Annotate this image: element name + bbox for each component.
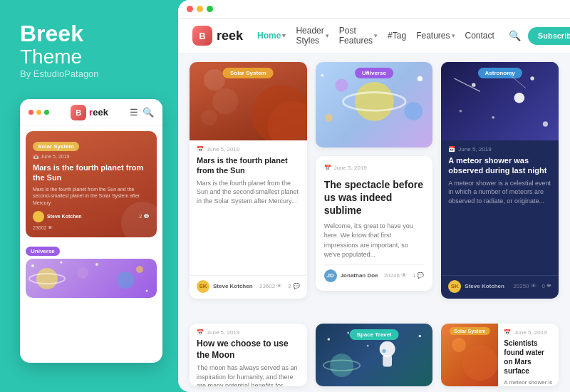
svg-point-3 [117,272,134,289]
mobile-badge: Solar System [33,142,79,151]
search-icon[interactable]: 🔍 [509,30,521,41]
content-area: Solar System 📅 June 5, 2019 Mars is the … [178,53,570,324]
mobile-card-1: Solar System 📅 June 5, 2019 Mars is the … [26,131,157,237]
svg-point-28 [379,341,395,357]
card-astronomy-footer: SK Steve Kotchen 20250 👁 0 ❤ [441,275,559,299]
mobile-card-2 [26,259,157,298]
nav-pf-chevron: ▾ [374,32,378,39]
svg-point-33 [366,345,368,347]
svg-point-8 [146,289,148,292]
card-spectacle-author-row: JD Jonathan Doe [324,269,378,282]
mobile-card-deco [121,202,157,237]
astronomy-svg [441,62,559,140]
mobile-search-icon[interactable]: 🔍 [142,107,154,118]
cal-icon-3: 📅 [448,146,455,153]
cal-icon-5: 📅 [504,329,511,336]
right-panel: B reek Home ▾ Header Styles ▾ Post Featu… [178,0,570,392]
nav-contact[interactable]: Contact [465,31,494,41]
svg-point-25 [531,76,534,80]
svg-point-34 [418,335,421,338]
mobile-top-bar: B reek ☰ 🔍 [20,99,162,125]
card-mars-comments: 2 💬 [288,283,299,289]
mobile-card-2-badge: Universe [26,247,60,256]
universe-deco-svg [316,62,433,148]
card-spectacle-avatar: JD [324,269,337,282]
card-scientists-date: 📅 June 5, 2019 [504,329,553,336]
nav-bar: B reek Home ▾ Header Styles ▾ Post Featu… [178,19,570,53]
cal-icon-4: 📅 [197,329,204,336]
card-astronomy-views: 20250 👁 [513,283,536,289]
mobile-dot-yellow [36,110,41,115]
browser-dot-yellow [197,6,203,12]
mobile-logo-text: reek [89,107,108,118]
card-astronomy-stats: 20250 👁 0 ❤ [513,283,551,289]
svg-point-18 [321,74,323,77]
card-universe-img: Universe [316,62,433,148]
nav-home-chevron: ▾ [282,32,286,39]
card-moon: 📅 June 5, 2019 How we choose to use the … [190,324,307,386]
card-moon-desc: The moon has always served as an inspira… [197,363,300,386]
svg-point-11 [201,110,217,125]
svg-point-30 [382,349,385,353]
card-astronomy: Astronomy 📅 June 5, 2019 [441,62,559,299]
nav-logo[interactable]: B reek [192,26,243,46]
svg-point-0 [36,268,58,289]
nav-home[interactable]: Home ▾ [257,31,286,41]
card-astronomy-author: Steve Kotchen [465,283,504,289]
svg-line-26 [455,78,481,91]
nav-post-features[interactable]: Post Features ▾ [339,26,378,46]
svg-point-32 [347,332,349,334]
card-mars-title: Mars is the fourth planet from the Sun [197,155,300,176]
card-scientists: Solar System 📅 June 5, 2019 Scientists f… [441,324,559,386]
svg-point-21 [472,83,475,86]
card-astronomy-body: 📅 June 5, 2019 A meteor shower was obser… [441,140,559,272]
card-mars-image: Solar System [190,62,307,140]
universe-image-bg: Universe [316,62,433,148]
card-astronomy-date: 📅 June 5, 2019 [448,146,551,153]
svg-point-38 [452,338,466,352]
cal-icon-2: 📅 [324,165,331,171]
svg-point-2 [77,267,88,279]
card-mars-desc: Mars is the fourth planet from the Sun a… [197,179,300,268]
left-panel: Breek Theme By EstudioPatagon B reek ☰ 🔍… [0,0,178,392]
subscribe-button[interactable]: Subscribe ✈ [528,27,570,45]
mobile-date: 📅 June 5, 2019 [33,154,150,160]
brand-section: Breek Theme By EstudioPatagon [20,21,164,79]
card-scientists-desc: A meteor shower is a celestial event in … [504,378,553,386]
card-scientists-title: Scientists found water on Mars surface [504,339,553,376]
mobile-logo-icon: B [71,105,86,120]
card-spectacle-footer: JD Jonathan Doe 20246 👁 1 💬 [324,264,425,282]
card-spectacle-comments: 1 💬 [413,272,424,279]
mobile-dot-red [28,110,33,115]
svg-point-31 [327,338,330,341]
nav-actions: 🔍 Subscribe ✈ [509,27,570,45]
mobile-menu-icon[interactable]: ☰ [130,107,138,118]
universe-svg [26,259,157,298]
svg-point-23 [543,121,548,126]
card-mars-stats: 23602 👁 2 💬 [259,283,300,289]
mobile-dot-green [44,110,49,115]
svg-point-5 [31,264,34,267]
mobile-window-dots [28,110,49,115]
nav-header-styles[interactable]: Header Styles ▾ [296,26,328,46]
mobile-card-2-area: Universe [20,243,162,298]
card-mars: Solar System 📅 June 5, 2019 Mars is the … [190,62,307,299]
cal-icon: 📅 [197,146,204,153]
card-spectacle-desc: Welcome, it's great to have you here. We… [324,222,425,260]
card-scientists-inner: Solar System 📅 June 5, 2019 Scientists f… [441,324,559,386]
card-mars-views: 23602 👁 [259,283,282,289]
mobile-card-title: Mars is the fourth planet from the Sun [33,163,150,183]
middle-column: Universe 📅 Ju [316,62,433,299]
card-scientists-body: 📅 June 5, 2019 Scientists found water on… [498,324,559,386]
browser-dot-red [187,6,193,12]
nav-hs-chevron: ▾ [326,32,329,39]
nav-logo-icon: B [192,26,212,46]
bottom-row: 📅 June 5, 2019 How we choose to use the … [178,324,570,392]
nav-features[interactable]: Features ▾ [416,31,455,41]
nav-tag[interactable]: #Tag [388,31,406,41]
mobile-author: Steve Kotchen [33,211,82,222]
nav-feat-chevron: ▾ [452,32,455,39]
svg-point-37 [462,345,498,381]
mobile-avatar [33,211,44,222]
svg-point-15 [404,102,423,120]
